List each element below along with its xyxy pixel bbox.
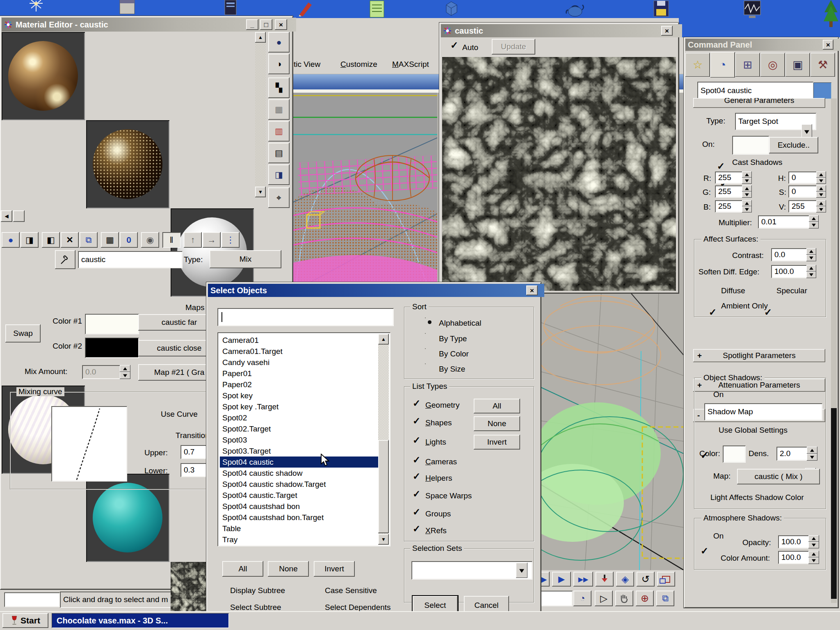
xrefs-label: XRefs [425, 526, 447, 535]
invert-button[interactable]: Invert [314, 561, 355, 577]
all-button[interactable]: All [222, 561, 263, 577]
mouse-cursor [320, 454, 332, 467]
lights-label: Lights [425, 438, 446, 447]
sort-group [404, 307, 534, 379]
scroll-up-button[interactable]: ▲ [378, 334, 389, 345]
list-scrollbar-thumb[interactable] [378, 440, 389, 533]
case-sensitive-label: Case Sensitive [325, 586, 377, 595]
list-item[interactable]: Table [220, 523, 378, 534]
select-objects-title: Select Objects [210, 286, 267, 295]
list-item[interactable]: Spot02 [220, 412, 378, 423]
start-label: Start [21, 616, 40, 625]
object-filter-input[interactable] [217, 308, 394, 326]
sort-by-size-label: By Size [439, 365, 465, 374]
taskbar: Start Chocolate vase.max - 3D S... [0, 611, 840, 630]
sort-by-color-label: By Color [439, 349, 469, 358]
geometry-label: Geometry [425, 401, 459, 410]
shapes-label: Shapes [425, 418, 452, 427]
helpers-label: Helpers [425, 474, 452, 483]
list-item[interactable]: Spot02.Target [220, 423, 378, 434]
sort-by-type-label: By Type [439, 334, 467, 343]
list-item[interactable]: Spot04 caustshad bon [220, 501, 378, 512]
space-warps-label: Space Warps [425, 491, 472, 500]
cameras-label: Cameras [425, 457, 457, 466]
list-item[interactable]: Spot03 [220, 434, 378, 445]
list-item[interactable]: Spot04 caustic shadow [220, 468, 378, 479]
start-icon [11, 615, 18, 626]
types-all-button[interactable]: All [474, 399, 520, 413]
list-item[interactable]: Spot04 caustic shadow.Target [220, 479, 378, 490]
list-item[interactable]: Spot key .Target [220, 401, 378, 412]
list-item-selected[interactable]: Spot04 caustic [220, 457, 378, 468]
sort-label: Sort [410, 302, 429, 311]
text-caret [221, 312, 222, 322]
close-button[interactable]: × [526, 285, 538, 295]
task-button-active[interactable]: Chocolate vase.max - 3D S... [52, 613, 229, 628]
types-none-button[interactable]: None [474, 416, 520, 431]
list-item[interactable]: Tray [220, 534, 378, 545]
selection-sets-dropdown-arrow[interactable] [516, 563, 527, 578]
sort-alphabetical-label: Alphabetical [439, 319, 482, 328]
selection-sets-combo[interactable] [411, 561, 532, 580]
list-item[interactable]: Camera01.Target [220, 346, 378, 357]
list-item[interactable]: Candy vasehi [220, 357, 378, 368]
groups-label: Groups [425, 509, 451, 518]
start-button[interactable]: Start [2, 613, 48, 628]
scroll-down-button[interactable]: ▼ [378, 534, 389, 545]
none-button[interactable]: None [268, 561, 309, 577]
select-dependents-label: Select Dependents [325, 603, 391, 612]
select-objects-titlebar[interactable]: Select Objects [208, 284, 544, 297]
selection-sets-label: Selection Sets [410, 544, 464, 553]
list-item[interactable]: Paper02 [220, 379, 378, 390]
list-item[interactable]: Spot03.Target [220, 445, 378, 457]
select-subtree-label: Select Subtree [230, 603, 281, 612]
types-invert-button[interactable]: Invert [474, 435, 520, 450]
list-item[interactable]: Spot04 caustic.Target [220, 490, 378, 501]
list-item[interactable]: Camera01 [220, 335, 378, 346]
list-item[interactable]: Spot04 caustshad bon.Target [220, 512, 378, 523]
list-item[interactable]: Spot key [220, 390, 378, 401]
list-types-label: List Types [410, 382, 449, 391]
display-subtree-label: Display Subtree [230, 586, 285, 595]
list-item[interactable]: Paper01 [220, 368, 378, 379]
select-objects-dialog: Select Objects × Camera01 Camera01.Targe… [0, 0, 840, 630]
